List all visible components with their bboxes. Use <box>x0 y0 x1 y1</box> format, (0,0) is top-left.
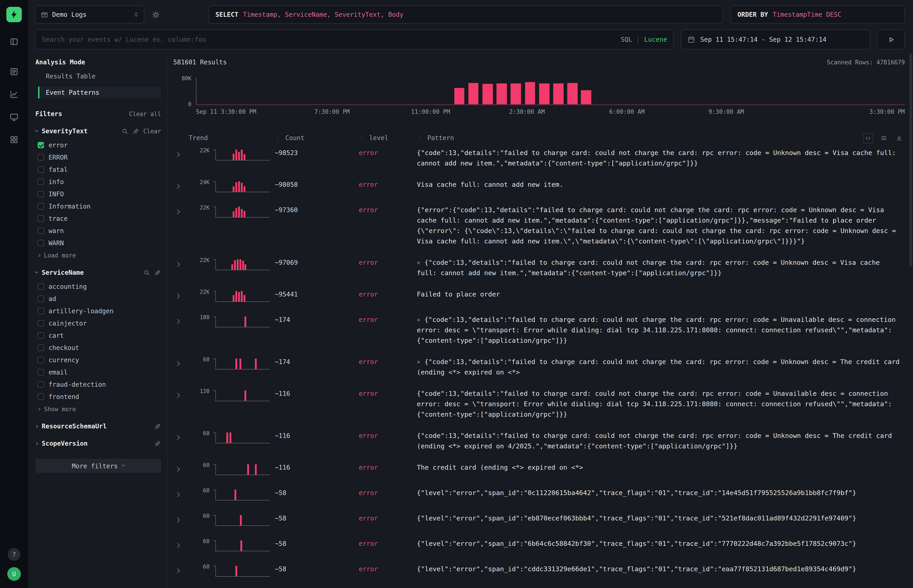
expand-chevron-icon[interactable] <box>175 435 180 440</box>
lucene-mode-option[interactable]: Lucene <box>644 36 667 43</box>
pin-icon[interactable] <box>154 440 161 447</box>
exclude-icon[interactable]: × <box>417 359 421 365</box>
pattern-cell[interactable]: {"code":13,"details":"failed to charge c… <box>417 148 905 169</box>
filter-option[interactable]: email <box>36 368 161 376</box>
download-button[interactable] <box>894 133 904 143</box>
table-row[interactable]: 22K~95441errorFailed to place order <box>173 284 905 309</box>
pattern-cell[interactable]: ×{"code":13,"details":"failed to charge … <box>417 257 905 278</box>
search-icon[interactable] <box>143 269 150 276</box>
histogram-bar[interactable] <box>581 90 591 104</box>
pattern-cell[interactable]: {"level":"error","span_id":"cddc331329e6… <box>417 564 905 574</box>
checkbox[interactable] <box>38 203 44 210</box>
histogram-bar[interactable] <box>511 84 521 105</box>
checkbox[interactable] <box>38 166 44 173</box>
histogram-bar[interactable] <box>525 82 535 104</box>
order-by-input[interactable]: ORDER BY TimestampTime DESC <box>731 5 905 24</box>
pin-icon[interactable] <box>133 128 139 134</box>
histogram-bar[interactable] <box>454 88 464 104</box>
pattern-cell[interactable]: {"level":"error","span_id":"eb870ecef063… <box>417 513 905 523</box>
column-header-trend[interactable]: Trend <box>189 134 275 141</box>
checkbox[interactable] <box>38 332 44 339</box>
pin-icon[interactable] <box>154 423 161 430</box>
checkbox[interactable] <box>38 228 44 234</box>
table-row[interactable]: 60~58error{"level":"error","span_id":"cd… <box>173 559 905 584</box>
pattern-cell[interactable]: ×{"code":13,"details":"failed to charge … <box>417 315 905 346</box>
search-icon[interactable] <box>121 128 128 134</box>
table-row[interactable]: 22K~97360error{"error":{"code":13,"detai… <box>173 199 905 252</box>
expand-chevron-icon[interactable] <box>175 209 180 214</box>
table-row[interactable]: 22K~97069error×{"code":13,"details":"fai… <box>173 252 905 284</box>
filter-option[interactable]: ad <box>36 295 161 302</box>
filter-option[interactable]: cart <box>36 332 161 339</box>
clear-filter-link[interactable]: Clear <box>143 128 161 134</box>
checkbox[interactable] <box>38 240 44 246</box>
checkbox[interactable] <box>38 179 44 185</box>
expand-chevron-icon[interactable] <box>175 361 180 366</box>
nav-dashboard-button[interactable] <box>6 132 22 147</box>
filter-option[interactable]: Information <box>36 203 161 210</box>
filter-option[interactable]: frontend <box>36 393 161 400</box>
source-select[interactable]: Demo Logs <box>35 5 144 24</box>
table-row[interactable]: 60~58error{"level":"error","span_id":"0c… <box>173 482 905 508</box>
expand-chevron-icon[interactable] <box>175 517 180 522</box>
filter-option[interactable]: currency <box>36 356 161 363</box>
pattern-cell[interactable]: {"code":13,"details":"failed to charge c… <box>417 389 905 420</box>
table-row[interactable]: 60~174error×{"code":13,"details":"failed… <box>173 351 905 383</box>
filter-option[interactable]: WARN <box>36 239 161 247</box>
clear-all-link[interactable]: Clear all <box>129 110 161 117</box>
pattern-cell[interactable]: Failed to place order <box>417 289 905 300</box>
filter-group-header[interactable]: ScopeVersion <box>36 440 161 447</box>
filter-group-header[interactable]: ResourceSchemaUrl <box>36 423 161 430</box>
column-drag-handle-icon[interactable]: ⋮ <box>417 134 423 141</box>
time-range-picker[interactable]: Sep 11 15:47:14 - Sep 12 15:47:14 <box>681 29 870 49</box>
help-button[interactable]: ? <box>8 548 20 561</box>
expand-chevron-icon[interactable] <box>175 319 180 324</box>
code-view-button[interactable] <box>863 133 873 143</box>
load-more-link[interactable]: Load more <box>36 252 161 259</box>
filter-option[interactable]: info <box>36 178 161 186</box>
column-drag-handle-icon[interactable]: ⋮ <box>359 134 365 141</box>
checkbox[interactable] <box>38 381 44 388</box>
checkbox[interactable] <box>38 191 44 197</box>
column-header-count[interactable]: ⋮Count <box>275 134 359 141</box>
histogram-bar[interactable] <box>553 83 563 104</box>
expand-chevron-icon[interactable] <box>175 492 180 497</box>
table-row[interactable]: 24K~98058errorVisa cache full: cannot ad… <box>173 174 905 199</box>
expand-cell[interactable] <box>173 179 189 189</box>
filter-group-header[interactable]: SeverityTextClear <box>36 128 161 135</box>
load-more-link[interactable]: Show more <box>36 406 161 412</box>
checkbox[interactable] <box>38 308 44 314</box>
expand-cell[interactable] <box>173 431 189 441</box>
expand-cell[interactable] <box>173 389 189 399</box>
sql-select-input[interactable]: SELECT Timestamp, ServiceName, SeverityT… <box>209 5 723 24</box>
mode-results-table[interactable]: Results Table <box>38 70 161 82</box>
table-row[interactable]: 60~116errorThe credit card (ending <*> e… <box>173 457 905 482</box>
pin-icon[interactable] <box>154 269 161 276</box>
filter-group-header[interactable]: ServiceName <box>36 269 161 276</box>
user-avatar[interactable]: U <box>7 567 21 581</box>
histogram-bar[interactable] <box>567 83 578 105</box>
nav-monitor-button[interactable] <box>6 109 22 125</box>
filter-option[interactable]: fraud-detection <box>36 381 161 388</box>
expand-chevron-icon[interactable] <box>175 293 180 299</box>
pattern-cell[interactable]: Visa cache full: cannot add new item. <box>417 179 905 190</box>
table-row[interactable]: 60~58error{"level":"error","span_id":"33… <box>173 584 905 588</box>
filter-option[interactable]: trace <box>36 215 161 222</box>
expand-cell[interactable] <box>173 289 189 299</box>
expand-cell[interactable] <box>173 205 189 215</box>
table-row[interactable]: 60~58error{"level":"error","span_id":"eb… <box>173 508 905 533</box>
sidebar-toggle-button[interactable] <box>6 34 22 49</box>
checkbox[interactable] <box>38 357 44 363</box>
expand-cell[interactable] <box>173 462 189 472</box>
table-row[interactable]: 120~116error{"code":13,"details":"failed… <box>173 383 905 425</box>
expand-cell[interactable] <box>173 257 189 268</box>
nav-logs-button[interactable] <box>6 64 22 79</box>
column-drag-handle-icon[interactable]: ⋮ <box>275 134 281 141</box>
pattern-cell[interactable]: {"code":13,"details":"failed to charge c… <box>417 431 905 452</box>
expand-cell[interactable] <box>173 539 189 549</box>
filter-option[interactable]: warn <box>36 227 161 234</box>
expand-cell[interactable] <box>173 488 189 498</box>
app-logo[interactable] <box>6 7 22 22</box>
row-density-button[interactable] <box>879 133 889 143</box>
mode-event-patterns[interactable]: Event Patterns <box>38 87 161 99</box>
